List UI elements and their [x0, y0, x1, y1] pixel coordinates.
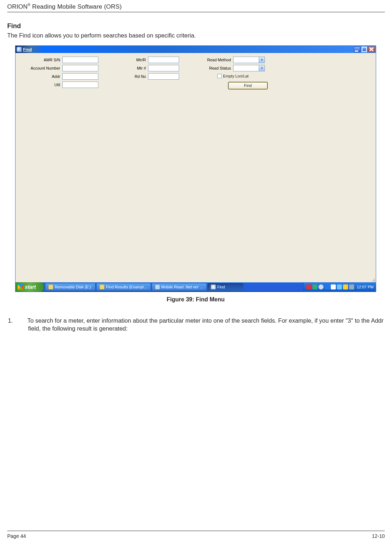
- readmethod-combo[interactable]: [233, 57, 265, 63]
- svg-rect-0: [355, 50, 358, 52]
- acct-input[interactable]: [62, 65, 98, 71]
- acct-label: Account Number: [18, 66, 62, 70]
- mtrr-label: Mtr/R: [119, 58, 148, 62]
- step-item: 1.To search for a meter, enter informati…: [28, 317, 385, 333]
- emptylonlat-checkbox[interactable]: [217, 74, 222, 78]
- util-label: Util: [18, 83, 62, 87]
- addr-label: Addr: [18, 74, 62, 79]
- folder-icon: [99, 284, 104, 289]
- addr-input[interactable]: [62, 73, 98, 80]
- tray-icon[interactable]: [331, 284, 336, 289]
- tray-icon[interactable]: [325, 284, 330, 289]
- titlebar[interactable]: Find: [15, 46, 376, 53]
- step-list: 1.To search for a meter, enter informati…: [18, 317, 385, 333]
- taskbar-item-mobileread[interactable]: Mobile Read .Net ver …: [152, 283, 207, 291]
- maximize-button[interactable]: [361, 47, 368, 52]
- amr-label: AMR S/N: [18, 58, 62, 62]
- mtrr-input[interactable]: [148, 57, 179, 63]
- find-button[interactable]: Find: [228, 82, 268, 89]
- windows-logo-icon: [18, 284, 23, 290]
- svg-marker-4: [260, 59, 263, 61]
- folder-icon: [48, 284, 53, 289]
- svg-marker-5: [260, 67, 263, 69]
- amr-input[interactable]: [62, 57, 98, 63]
- window-body: AMR S/N Account Number Addr Util Mtr/R: [15, 53, 376, 282]
- chevron-down-icon: [259, 65, 264, 71]
- readstatus-combo[interactable]: [233, 65, 265, 71]
- close-button[interactable]: [368, 47, 375, 52]
- find-icon: [17, 47, 22, 52]
- app-icon: [155, 284, 160, 289]
- section-description: The Find icon allows you to perform sear…: [7, 32, 385, 39]
- step-text: To search for a meter, enter information…: [27, 317, 384, 332]
- clock: 12:07 PM: [355, 285, 374, 289]
- step-number: 1.: [18, 317, 27, 324]
- header-product: ORION: [7, 3, 28, 10]
- readmethod-label: Read Method: [196, 58, 233, 62]
- header-rest: Reading Mobile Software (ORS): [30, 3, 122, 10]
- taskbar-item-find[interactable]: Find: [208, 283, 244, 291]
- document-header: ORION® Reading Mobile Software (ORS): [7, 0, 385, 12]
- taskbar-item-findresults[interactable]: Find Results (Exampl…: [96, 283, 151, 291]
- emptylonlat-label: Empty Lon/Lat: [223, 74, 249, 78]
- mtrnum-label: Mtr #: [119, 66, 148, 70]
- minimize-button[interactable]: [354, 47, 360, 52]
- system-tray[interactable]: 12:07 PM: [303, 282, 376, 292]
- mtrnum-input[interactable]: [148, 65, 179, 71]
- tray-icon[interactable]: [337, 284, 342, 289]
- taskbar-item-removable[interactable]: Removable Disk (E:): [45, 283, 95, 291]
- chevron-down-icon: [259, 57, 264, 63]
- taskbar: start Removable Disk (E:) Find Results (…: [15, 282, 376, 292]
- page-number-right: 12-10: [372, 533, 385, 539]
- find-window: Find AMR S/N Account Number Addr U: [15, 45, 376, 292]
- figure-caption: Figure 39: Find Menu: [15, 296, 376, 303]
- util-input[interactable]: [62, 81, 98, 88]
- tray-icon[interactable]: [343, 284, 348, 289]
- rdno-input[interactable]: [148, 73, 179, 80]
- window-title: Find: [23, 47, 354, 52]
- tray-icon[interactable]: [349, 284, 354, 289]
- svg-rect-1: [362, 47, 367, 52]
- rdno-label: Rd No: [119, 74, 148, 79]
- tray-icon[interactable]: [306, 284, 311, 289]
- page-number-left: Page 44: [7, 533, 26, 539]
- readstatus-label: Read Status: [196, 66, 233, 70]
- resize-grip[interactable]: [371, 277, 375, 282]
- document-footer: Page 44 12-10: [7, 531, 385, 539]
- tray-icon[interactable]: [312, 284, 317, 289]
- find-icon: [211, 284, 216, 289]
- start-button[interactable]: start: [15, 282, 44, 292]
- screenshot: Find AMR S/N Account Number Addr U: [15, 45, 376, 303]
- tray-icon[interactable]: [318, 284, 324, 289]
- section-title: Find: [7, 22, 385, 30]
